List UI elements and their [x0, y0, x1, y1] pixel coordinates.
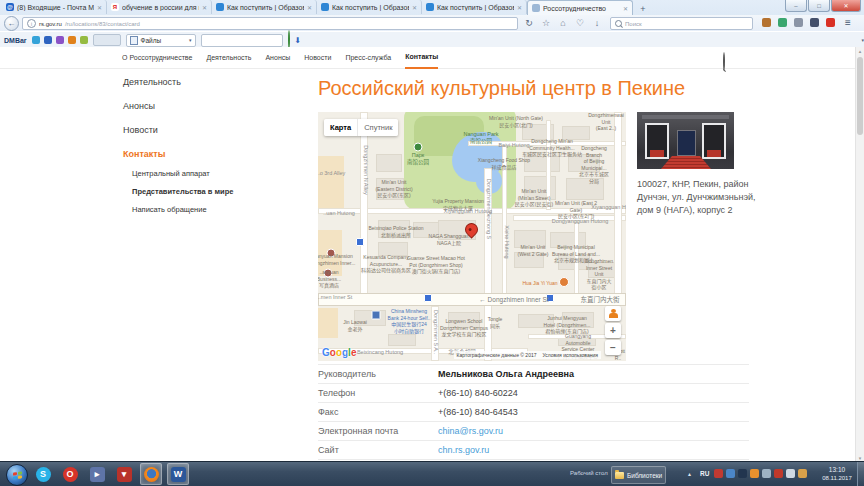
maximize-button[interactable]: □	[808, 0, 830, 12]
libraries-button[interactable]: Библиотеки	[611, 466, 666, 484]
site-nav-item[interactable]: Контакты	[405, 47, 438, 69]
zoom-out-button[interactable]: −	[605, 340, 621, 355]
sidebar-item[interactable]: Новости	[123, 125, 303, 135]
sidebar-item[interactable]: Центральный аппарат	[132, 169, 303, 178]
contact-value[interactable]: chn.rs.gov.ru	[438, 445, 489, 455]
site-nav-item[interactable]: О Россотрудничестве	[122, 48, 192, 68]
site-nav-item[interactable]: Пресс-служба	[345, 48, 391, 68]
sidebar-item[interactable]: Контакты	[123, 149, 303, 159]
page-scrollbar[interactable]: ▴ ▾	[855, 47, 864, 462]
url-domain: rs.gov.ru	[39, 21, 62, 27]
dmbar-widget[interactable]	[93, 34, 121, 46]
back-button[interactable]: ←	[4, 16, 19, 31]
site-nav-item[interactable]: Новости	[304, 48, 331, 68]
site-nav-item[interactable]: Деятельность	[206, 48, 251, 68]
tab-close-icon[interactable]	[97, 4, 102, 11]
tray-icon[interactable]	[774, 469, 783, 478]
tab-close-icon[interactable]	[517, 4, 522, 11]
dmbar-search-input[interactable]	[201, 34, 283, 47]
address-text: 100027, КНР, Пекин, район Дунчэн, ул. Ду…	[637, 178, 760, 217]
contact-value[interactable]: china@rs.gov.ru	[438, 426, 503, 436]
firefox[interactable]	[140, 463, 162, 485]
tab-close-icon[interactable]	[623, 5, 628, 12]
dmbar-icon[interactable]	[32, 36, 40, 44]
chevron-down-icon: ▾	[189, 37, 192, 43]
pegman-icon[interactable]	[605, 306, 621, 321]
dmbar-icon[interactable]	[56, 36, 64, 44]
browser-tab[interactable]: Как поступить | Образован...	[422, 0, 527, 14]
browser-tab[interactable]: @ (8) Входящие - Почта Mail..	[2, 0, 107, 14]
browser-tab[interactable]: Как поступить | Образован...	[212, 0, 317, 14]
word[interactable]: W	[167, 463, 189, 485]
tab-close-icon[interactable]	[412, 4, 417, 11]
minimize-button[interactable]: –	[785, 0, 807, 12]
dmbar-icon[interactable]	[68, 36, 76, 44]
language-indicator[interactable]: RU	[700, 470, 709, 477]
new-tab-button[interactable]: +	[635, 2, 651, 15]
site-nav-item[interactable]: Анонсы	[265, 48, 290, 68]
extension-icon[interactable]	[826, 18, 835, 27]
search-bar[interactable]: Поиск	[610, 17, 753, 30]
tray-icon[interactable]	[798, 469, 807, 478]
tab-close-icon[interactable]	[307, 4, 312, 11]
google-map[interactable]: Nanguan Park 南馆公园Парк 南馆公园Min'an Unit (N…	[318, 112, 626, 361]
tray-icon[interactable]	[738, 469, 747, 478]
site-info-icon[interactable]: i	[27, 19, 36, 28]
media-player[interactable]: ▸	[86, 463, 108, 485]
map-marker	[424, 294, 432, 302]
sidebar-item[interactable]: Представительства в мире	[132, 187, 303, 196]
map-terms-link[interactable]: Условия использования	[543, 352, 599, 358]
download-arrow-icon[interactable]: ⬇	[295, 36, 302, 45]
start-button[interactable]	[6, 464, 28, 486]
dmbar-icon[interactable]	[80, 36, 88, 44]
address-bar[interactable]: i rs.gov.ru /ru/locations/83/contact/car…	[22, 17, 518, 30]
bookmark-star-icon[interactable]: ☆	[541, 16, 551, 30]
tray-expand-icon[interactable]: ▴	[688, 470, 691, 477]
browser-tab[interactable]: Я обучение в россии для ин...	[107, 0, 212, 14]
windows-logo-icon	[13, 471, 22, 479]
browser-tab[interactable]: Россотрудничество	[527, 0, 633, 15]
tab-favicon	[532, 4, 540, 12]
map-label: NAGA Shangguan NAGA上院	[429, 233, 470, 246]
tray-icon[interactable]	[786, 469, 795, 478]
tray-icon[interactable]	[714, 469, 723, 478]
tab-close-icon[interactable]	[202, 4, 207, 11]
sidebar-item[interactable]: Деятельность	[123, 77, 303, 87]
extension-icon[interactable]	[794, 18, 803, 27]
satellite-view-button[interactable]: Спутник	[357, 119, 398, 136]
map-view-button[interactable]: Карта	[324, 119, 357, 136]
sidebar-item[interactable]: Написать обращение	[132, 205, 303, 214]
search-placeholder: Поиск	[625, 21, 642, 27]
show-desktop-button[interactable]	[857, 462, 864, 486]
pocket-icon[interactable]: ♡	[575, 16, 585, 30]
extension-icon[interactable]	[778, 18, 787, 27]
contact-row: Сайт chn.rs.gov.ru	[318, 441, 749, 460]
scrollbar-thumb[interactable]	[857, 57, 863, 135]
scroll-up-icon[interactable]: ▴	[856, 47, 864, 55]
download-manager[interactable]: ▾	[113, 463, 135, 485]
opera[interactable]: O	[59, 463, 81, 485]
files-dropdown[interactable]: Файлы ▾	[126, 34, 196, 47]
contact-value: Мельникова Ольга Андреевна	[438, 369, 574, 379]
browser-tab[interactable]: Как поступить | Образован...	[317, 0, 422, 14]
zoom-in-button[interactable]: +	[605, 323, 621, 338]
extension-icon[interactable]	[762, 18, 771, 27]
contact-table: Руководитель Мельникова Ольга Андреевна …	[318, 364, 749, 460]
taskbar-clock[interactable]: 13:10 08.11.2017	[818, 466, 856, 482]
site-search-icon[interactable]	[723, 53, 725, 71]
menu-icon[interactable]: ≡	[845, 16, 851, 30]
map-label: Min'an Unit (West 2 Gate)	[517, 244, 548, 257]
skype[interactable]: S	[32, 463, 54, 485]
tray-icon[interactable]	[750, 469, 759, 478]
extension-icon[interactable]	[810, 18, 819, 27]
tray-icon[interactable]	[762, 469, 771, 478]
dmbar-icon[interactable]	[44, 36, 52, 44]
home-icon[interactable]: ⌂	[558, 16, 568, 30]
reload-icon[interactable]: ↻	[524, 16, 534, 30]
downloads-icon[interactable]: ↓	[592, 16, 602, 30]
window-controls: – □ ✕	[785, 0, 861, 12]
map-label: ..uan Hutong	[323, 210, 355, 217]
tray-icon[interactable]	[726, 469, 735, 478]
sidebar-item[interactable]: Анонсы	[123, 101, 303, 111]
close-button[interactable]: ✕	[831, 0, 861, 12]
